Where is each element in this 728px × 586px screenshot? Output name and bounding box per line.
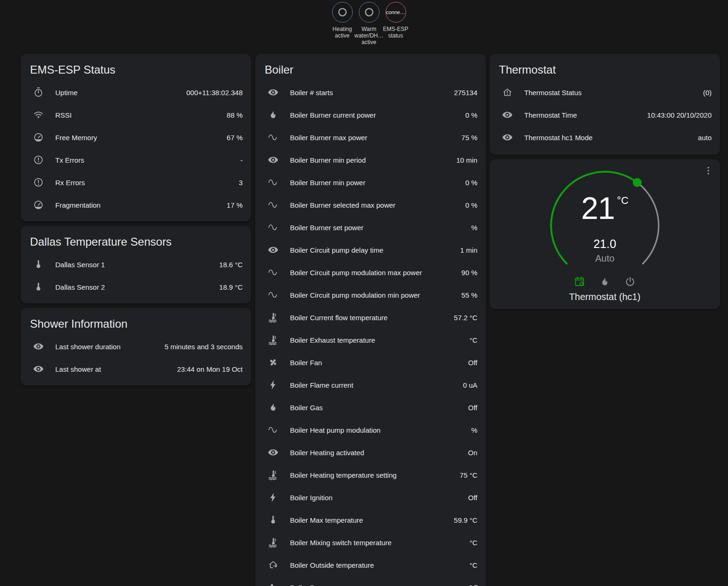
entity-list: Last shower duration 5 minutes and 3 sec…: [28, 335, 244, 380]
entity-value: On: [468, 449, 477, 457]
entity-row[interactable]: Boiler Circuit pump modulation max power…: [263, 261, 478, 284]
entity-list: Boiler # starts 275134 Boiler Burner cur…: [263, 81, 478, 586]
alert-circle-icon: [33, 177, 44, 188]
entity-label: Dallas Sensor 1: [55, 261, 219, 269]
entity-value: -: [240, 156, 243, 164]
badge-bar: Heating active Warm water/DH… active con…: [329, 2, 409, 45]
entity-row[interactable]: Boiler Heating temperature setting 75 °C: [263, 464, 478, 486]
entity-row[interactable]: Thermostat hc1 Mode auto: [497, 126, 713, 149]
entity-value: 18.6 °C: [219, 261, 243, 269]
entity-label: RSSI: [55, 111, 227, 119]
card-ems-esp-status: EMS-ESP Status Uptime 000+11:38:02.348 R…: [21, 54, 251, 221]
badge-label: EMS-ESP status: [381, 26, 411, 39]
thermometer-icon: [267, 514, 279, 526]
entity-row[interactable]: Free Memory 67 %: [28, 126, 244, 149]
entity-label: Free Memory: [55, 134, 227, 142]
status-badge[interactable]: Warm water/DH… active: [356, 2, 382, 45]
entity-label: Boiler Burner selected max power: [290, 201, 465, 209]
card-title: EMS-ESP Status: [30, 61, 244, 79]
entity-row[interactable]: Boiler Pump Off: [263, 576, 478, 586]
entity-row[interactable]: Boiler Fan Off: [263, 351, 478, 374]
entity-value: °C: [469, 336, 477, 344]
ring-icon: [336, 6, 349, 18]
entity-row[interactable]: Boiler # starts 275134: [263, 81, 478, 104]
entity-row[interactable]: Boiler Outside temperature °C: [263, 554, 478, 576]
entity-row[interactable]: Boiler Burner min power 0 %: [263, 171, 478, 194]
entity-label: Boiler Fan: [290, 359, 468, 367]
thermometer-icon: [33, 259, 44, 270]
entity-label: Boiler Heating temperature setting: [290, 471, 460, 479]
dots-vertical-icon[interactable]: [703, 165, 714, 176]
entity-row[interactable]: Dallas Sensor 1 18.6 °C: [28, 253, 244, 276]
entity-row[interactable]: Dallas Sensor 2 18.9 °C: [28, 276, 244, 298]
flame-icon: [267, 402, 279, 413]
entity-row[interactable]: Boiler Heat pump modulation %: [263, 419, 478, 441]
entity-row[interactable]: Boiler Gas Off: [263, 396, 478, 419]
status-badge[interactable]: Heating active: [329, 2, 356, 45]
entity-value: 5 minutes and 3 seconds: [164, 343, 243, 351]
entity-value: Off: [468, 584, 477, 586]
entity-row[interactable]: Boiler Exhaust temperature °C: [263, 329, 478, 351]
entity-label: Boiler Mixing switch temperature: [290, 539, 469, 547]
eye-icon: [267, 447, 279, 458]
entity-value: Off: [468, 494, 477, 502]
right-column: Thermostat Thermostat Status (0) Thermos…: [490, 54, 720, 314]
entity-value: 57.2 °C: [454, 314, 477, 322]
entity-label: Boiler Outside temperature: [290, 561, 469, 569]
entity-row[interactable]: Thermostat Time 10:43:00 20/10/2020: [497, 104, 713, 126]
thermostat-dial: 21°C 21.0 Auto: [544, 165, 666, 272]
home-alert-icon: [502, 87, 513, 98]
entity-row[interactable]: Boiler Ignition Off: [263, 486, 478, 509]
entity-row[interactable]: Rx Errors 3: [28, 171, 244, 194]
flame-icon[interactable]: [599, 276, 611, 288]
entity-row[interactable]: RSSI 88 %: [28, 104, 244, 126]
entity-label: Fragmentation: [55, 201, 227, 209]
entity-row[interactable]: Boiler Heating activated On: [263, 441, 478, 464]
entity-row[interactable]: Last shower at 23:44 on Mon 19 Oct: [28, 358, 244, 380]
entity-row[interactable]: Boiler Circuit pump modulation min power…: [263, 284, 478, 306]
entity-value: 0 %: [465, 111, 477, 119]
status-badge[interactable]: conne… EMS-ESP status: [382, 2, 409, 45]
entity-label: Boiler Burner current power: [290, 111, 465, 119]
entity-label: Boiler Current flow temperature: [290, 314, 454, 322]
calendar-sync-icon[interactable]: [573, 276, 586, 288]
entity-row[interactable]: Boiler Burner min period 10 min: [263, 149, 478, 171]
entity-row[interactable]: Boiler Burner selected max power 0 %: [263, 194, 478, 216]
sine-icon: [267, 267, 279, 278]
entity-value: 75 %: [461, 134, 477, 142]
power-icon[interactable]: [624, 276, 636, 288]
badge-label: Heating active: [327, 26, 357, 39]
current-temperature: 21°C: [544, 193, 666, 224]
entity-value: %: [471, 426, 477, 434]
entity-value: 275134: [454, 89, 477, 97]
entity-label: Thermostat Status: [524, 89, 703, 97]
entity-value: 0 uA: [463, 381, 477, 389]
entity-row[interactable]: Boiler Burner current power 0 %: [263, 104, 478, 126]
gauge-icon: [33, 132, 44, 143]
entity-row[interactable]: Uptime 000+11:38:02.348: [28, 81, 244, 104]
entity-row[interactable]: Last shower duration 5 minutes and 3 sec…: [28, 335, 244, 358]
fan-icon: [267, 357, 279, 368]
entity-row[interactable]: Boiler Burner set power %: [263, 216, 478, 239]
entity-list: Uptime 000+11:38:02.348 RSSI 88 % Free M…: [28, 81, 244, 216]
dial-handle[interactable]: [633, 178, 642, 187]
eye-icon: [267, 244, 279, 255]
entity-value: 10 min: [456, 156, 477, 164]
bolt-icon: [267, 379, 279, 391]
entity-row[interactable]: Boiler Mixing switch temperature °C: [263, 531, 478, 554]
entity-row[interactable]: Boiler Flame current 0 uA: [263, 374, 478, 396]
ring-icon: [363, 6, 375, 18]
entity-row[interactable]: Boiler Max temperature 59.9 °C: [263, 509, 478, 531]
entity-value: 0 %: [465, 179, 477, 187]
entity-row[interactable]: Fragmentation 17 %: [28, 194, 244, 216]
entity-row[interactable]: Thermostat Status (0): [497, 81, 713, 104]
entity-row[interactable]: Tx Errors -: [28, 149, 244, 171]
coolant-icon: [267, 334, 279, 346]
entity-value: 1 min: [460, 246, 477, 254]
entity-row[interactable]: Boiler Burner max power 75 %: [263, 126, 478, 149]
entity-row[interactable]: Boiler Circuit pump delay time 1 min: [263, 239, 478, 261]
entity-value: %: [471, 224, 477, 232]
entity-label: Boiler Ignition: [290, 494, 468, 502]
card-thermostat: Thermostat Thermostat Status (0) Thermos…: [490, 54, 720, 155]
entity-row[interactable]: Boiler Current flow temperature 57.2 °C: [263, 306, 478, 329]
